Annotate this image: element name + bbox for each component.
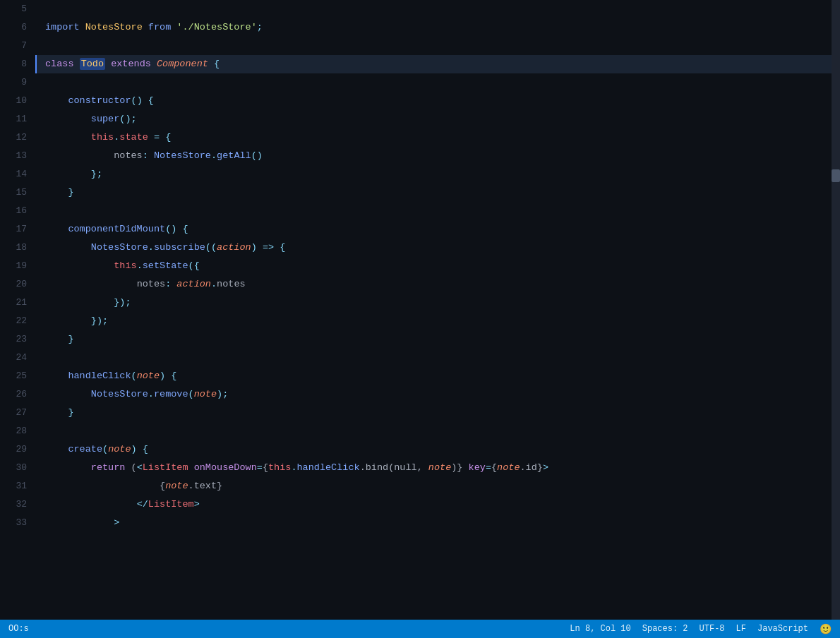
code-line xyxy=(35,202,840,220)
line-number: 12 xyxy=(0,128,27,147)
code-line: } xyxy=(35,183,840,202)
line-number: 11 xyxy=(0,110,27,128)
line-number: 7 xyxy=(0,37,27,55)
status-line-ending[interactable]: LF xyxy=(736,624,746,634)
line-number: 30 xyxy=(0,459,27,477)
status-right: Ln 8, Col 10 Spaces: 2 UTF-8 LF JavaScri… xyxy=(570,623,832,635)
code-line xyxy=(35,422,840,440)
code-line: NotesStore.subscribe((action) => { xyxy=(35,239,840,257)
line-number: 28 xyxy=(0,422,27,440)
code-line: }); xyxy=(35,312,840,330)
code-line xyxy=(35,349,840,367)
code-line: return (<ListItem onMouseDown={this.hand… xyxy=(35,459,840,477)
status-branch[interactable]: OO:s xyxy=(8,624,29,634)
line-number: 32 xyxy=(0,495,27,514)
code-line: }; xyxy=(35,165,840,183)
line-number: 22 xyxy=(0,312,27,330)
code-line: create(note) { xyxy=(35,440,840,459)
line-number: 24 xyxy=(0,349,27,367)
line-number: 17 xyxy=(0,220,27,239)
line-number: 20 xyxy=(0,275,27,294)
code-line: class Todo extends Component { xyxy=(35,55,840,73)
status-spaces[interactable]: Spaces: 2 xyxy=(642,624,688,634)
line-number: 29 xyxy=(0,440,27,459)
line-number: 5 xyxy=(0,0,27,18)
scrollbar-thumb[interactable] xyxy=(832,169,840,182)
code-line: } xyxy=(35,330,840,349)
line-number: 23 xyxy=(0,330,27,349)
line-number: 26 xyxy=(0,385,27,404)
code-line: > xyxy=(35,514,840,532)
line-number: 13 xyxy=(0,147,27,165)
line-number: 8 xyxy=(0,55,27,73)
status-left: OO:s xyxy=(8,624,29,634)
code-line: {note.text} xyxy=(35,477,840,495)
editor-area: 5678910111213141516171819202122232425262… xyxy=(0,0,840,620)
status-language[interactable]: JavaScript xyxy=(757,624,808,634)
code-line xyxy=(35,73,840,92)
line-number: 21 xyxy=(0,294,27,312)
emoji-icon[interactable]: 🙂 xyxy=(820,623,832,635)
line-number: 14 xyxy=(0,165,27,183)
scrollbar-track[interactable] xyxy=(832,0,840,620)
code-line: super(); xyxy=(35,110,840,128)
line-number: 15 xyxy=(0,183,27,202)
code-line: handleClick(note) { xyxy=(35,367,840,385)
code-line: notes: action.notes xyxy=(35,275,840,294)
code-line: }); xyxy=(35,294,840,312)
code-line: import NotesStore from './NotesStore'; xyxy=(35,18,840,37)
line-number: 6 xyxy=(0,18,27,37)
line-number: 25 xyxy=(0,367,27,385)
code-line xyxy=(35,37,840,55)
status-bar: OO:s Ln 8, Col 10 Spaces: 2 UTF-8 LF Jav… xyxy=(0,620,840,638)
code-line: componentDidMount() { xyxy=(35,220,840,239)
code-line: notes: NotesStore.getAll() xyxy=(35,147,840,165)
line-number: 33 xyxy=(0,514,27,532)
status-encoding[interactable]: UTF-8 xyxy=(700,624,725,634)
code-line: } xyxy=(35,404,840,422)
code-content[interactable]: import NotesStore from './NotesStore';cl… xyxy=(35,0,840,620)
line-number: 31 xyxy=(0,477,27,495)
line-number: 27 xyxy=(0,404,27,422)
code-line: this.state = { xyxy=(35,128,840,147)
code-line: </ListItem> xyxy=(35,495,840,514)
line-number: 16 xyxy=(0,202,27,220)
line-number: 10 xyxy=(0,92,27,110)
line-number: 18 xyxy=(0,239,27,257)
code-line: this.setState({ xyxy=(35,257,840,275)
status-position[interactable]: Ln 8, Col 10 xyxy=(570,624,630,634)
line-numbers: 5678910111213141516171819202122232425262… xyxy=(0,0,35,620)
code-line xyxy=(35,0,840,18)
line-number: 19 xyxy=(0,257,27,275)
line-number: 9 xyxy=(0,73,27,92)
code-line: constructor() { xyxy=(35,92,840,110)
code-line: NotesStore.remove(note); xyxy=(35,385,840,404)
